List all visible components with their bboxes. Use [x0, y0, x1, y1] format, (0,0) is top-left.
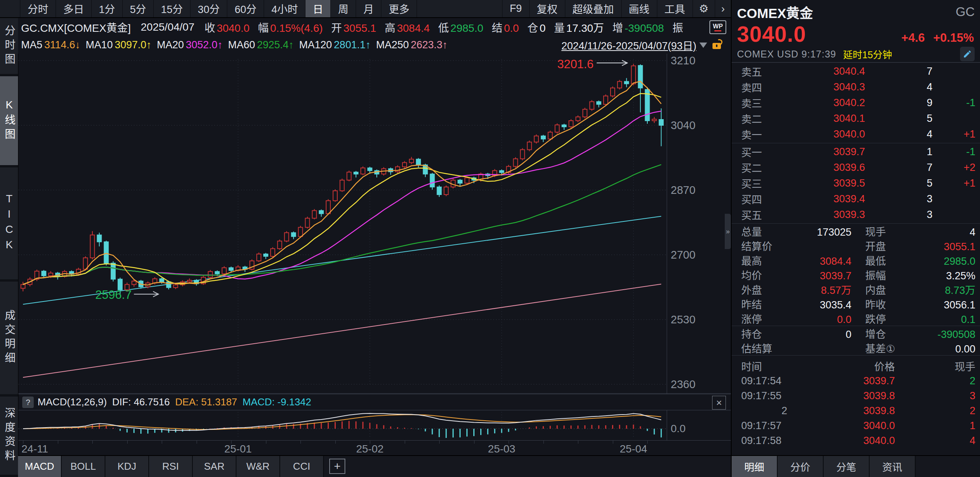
toolbar-period-4小时[interactable]: 4小时 — [264, 0, 305, 17]
wp-label: WP — [713, 23, 723, 30]
view-sidebar: 分时图K线图TICK成交明细深度资料 — [0, 18, 18, 477]
order-book-row-卖三[interactable]: 卖三3040.29-1 — [732, 95, 980, 111]
toolbar-period-日[interactable]: 日 — [305, 0, 331, 17]
indicator-help-icon[interactable]: ? — [22, 397, 34, 408]
toolbar-period-30分[interactable]: 30分 — [190, 0, 227, 17]
trade-list-header: 时间价格现手 — [732, 359, 980, 374]
sidebar-item-分时图[interactable]: 分时图 — [0, 18, 18, 76]
stat-value: 0.0 — [762, 314, 852, 326]
ma-legend-MA10: MA103097.0↑ — [86, 39, 152, 51]
trade-time: 09:17:58 — [741, 435, 818, 447]
toolbar-tool-超级叠加[interactable]: 超级叠加 — [565, 0, 622, 17]
toolbar-period-分时[interactable]: 分时 — [20, 0, 56, 17]
macd-chart[interactable]: 0.0 — [18, 410, 731, 440]
indicator-tab-KDJ[interactable]: KDJ — [105, 456, 149, 477]
order-book-row-卖四[interactable]: 卖四3040.34 — [732, 79, 980, 95]
quote-tab-分价[interactable]: 分价 — [778, 456, 824, 477]
ma-legend-items: MA53114.6↓MA103097.0↑MA203052.0↑MA602925… — [21, 39, 453, 51]
order-book-row-买三[interactable]: 买三3039.55+1 — [732, 175, 980, 191]
stat-value: 0.00 — [895, 343, 975, 355]
edit-pencil-icon[interactable] — [960, 47, 975, 61]
stat-label: 总量 — [741, 224, 762, 239]
stat-value: 3084.4 — [762, 256, 852, 267]
toolbar-period-15分[interactable]: 15分 — [154, 0, 190, 17]
toolbar-period-1分[interactable]: 1分 — [92, 0, 123, 17]
price-change-percent: +0.15% — [933, 31, 974, 45]
sidebar-item-K线图[interactable]: K线图 — [0, 76, 18, 167]
stat-value: 3055.1 — [886, 241, 976, 253]
order-level-label: 买五 — [741, 207, 799, 222]
stat-cell-昨收: 昨收3056.1 — [865, 297, 976, 311]
quote-tab-资讯[interactable]: 资讯 — [870, 456, 916, 477]
sidebar-item-TICK[interactable]: TICK — [0, 167, 18, 282]
settings-gear-icon[interactable]: ⚙ — [693, 0, 715, 17]
indicator-tab-SAR[interactable]: SAR — [193, 456, 236, 477]
ma-value: 3114.6↓ — [44, 39, 80, 51]
trade-qty: 2 — [937, 375, 975, 387]
toolbar-period-周[interactable]: 周 — [331, 0, 356, 17]
trade-row: 09:17:553039.83 — [732, 388, 980, 403]
stat-cell-外盘: 外盘8.57万 — [741, 282, 852, 297]
order-price: 3040.0 — [799, 128, 886, 140]
quote-tab-分笔[interactable]: 分笔 — [824, 456, 870, 477]
toolbar-period-多日[interactable]: 多日 — [56, 0, 92, 17]
unlock-icon[interactable] — [712, 43, 721, 49]
range-dropdown-triangle-icon[interactable] — [699, 43, 707, 48]
toolbar-tool-工具[interactable]: 工具 — [657, 0, 693, 17]
stat-cell-跌停: 跌停0.1 — [865, 311, 976, 326]
time-axis-tick — [543, 441, 544, 444]
field-label: 收 — [204, 20, 215, 35]
wp-monitor-icon[interactable]: WP — [709, 20, 726, 34]
indicator-tab-RSI[interactable]: RSI — [149, 456, 193, 477]
trade-price: 3039.8 — [818, 390, 937, 402]
trade-time: 09:17:54 — [741, 375, 818, 387]
svg-text:2596.7: 2596.7 — [95, 288, 132, 302]
y-axis-label: 2870 — [671, 184, 696, 196]
order-book-row-卖一[interactable]: 卖一3040.04+1 — [732, 126, 980, 142]
indicator-tab-BOLL[interactable]: BOLL — [62, 456, 105, 477]
toolbar-tool-画线[interactable]: 画线 — [622, 0, 657, 17]
order-book-row-买一[interactable]: 买一3039.71-1 — [732, 144, 980, 160]
ma-value: 3097.0↑ — [115, 39, 151, 51]
toolbar-period-60分[interactable]: 60分 — [227, 0, 264, 17]
toolbar-overflow-chevron-icon[interactable]: › — [715, 0, 731, 17]
price-change: +4.6 — [901, 31, 925, 45]
toolbar-period-月[interactable]: 月 — [356, 0, 381, 17]
time-axis-tick — [197, 441, 197, 444]
order-book-row-买四[interactable]: 买四3039.43 — [732, 191, 980, 207]
y-axis-label: 2530 — [671, 313, 696, 326]
toolbar-period-5分[interactable]: 5分 — [123, 0, 154, 17]
stat-value: 8.73万 — [886, 282, 976, 297]
order-book-row-卖二[interactable]: 卖二3040.15 — [732, 111, 980, 126]
y-axis-label: 2360 — [671, 378, 696, 390]
indicator-tab-bar: MACDBOLLKDJRSISARW&RCCI + — [18, 455, 731, 477]
indicator-tab-W&R[interactable]: W&R — [236, 456, 280, 477]
close-indicator-icon[interactable]: × — [712, 396, 726, 410]
toolbar-tool-复权[interactable]: 复权 — [530, 0, 565, 17]
add-indicator-button[interactable]: + — [329, 459, 345, 474]
toolbar-period-更多[interactable]: 更多 — [381, 0, 417, 17]
quote-field-仓: 仓0 — [527, 20, 546, 35]
field-label: 低 — [438, 20, 449, 35]
candlestick-chart[interactable]: 3210304028702700253023603201.62596.7 — [18, 54, 731, 394]
visible-date-range[interactable]: 2024/11/26-2025/04/07(93日) — [561, 38, 696, 52]
indicator-tab-MACD[interactable]: MACD — [18, 456, 62, 477]
quote-tab-明细[interactable]: 明细 — [732, 456, 778, 477]
quote-panel: COMEX黄金 GC 3040.0 +4.6 +0.15% COMEX USD … — [731, 0, 980, 477]
sidebar-item-成交明细[interactable]: 成交明细 — [0, 282, 18, 397]
toolbar-tool-F9[interactable]: F9 — [502, 0, 530, 17]
order-book-row-卖五[interactable]: 卖五3040.47 — [732, 64, 980, 79]
sidebar-item-深度资料[interactable]: 深度资料 — [0, 397, 18, 477]
trade-qty: 1 — [937, 420, 975, 432]
indicator-tab-CCI[interactable]: CCI — [280, 456, 324, 477]
panel-expander-handle[interactable]: » — [725, 214, 731, 249]
stat-label: 开盘 — [865, 238, 886, 253]
order-price: 3039.5 — [799, 177, 886, 189]
order-level-label: 买三 — [741, 176, 799, 191]
quote-field-高: 高3084.4 — [385, 20, 430, 35]
order-book-row-买二[interactable]: 买二3039.67+2 — [732, 160, 980, 175]
order-book-row-买五[interactable]: 买五3039.33 — [732, 207, 980, 223]
order-book: 卖五3040.47卖四3040.34卖三3040.29-1卖二3040.15卖一… — [732, 63, 980, 223]
time-axis-tick — [92, 441, 93, 444]
time-axis-tick — [613, 441, 613, 444]
